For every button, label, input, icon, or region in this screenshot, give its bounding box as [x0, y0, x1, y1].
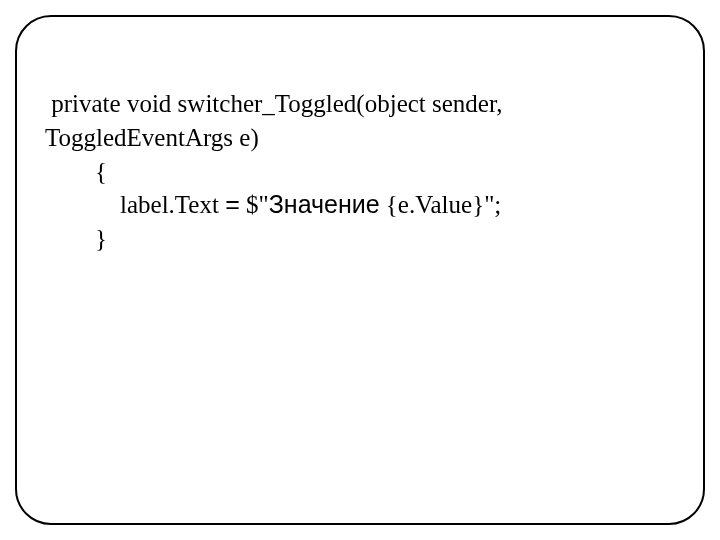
code-block: private void switcher_Toggled(object sen… — [45, 87, 675, 256]
code-line-1: private void switcher_Toggled(object sen… — [45, 90, 508, 151]
slide-card: private void switcher_Toggled(object sen… — [15, 15, 705, 525]
code-line-3-pre: label.Text — [45, 191, 225, 218]
code-line-3-end: {e.Value}"; — [380, 191, 502, 218]
code-line-3-ru: Значение — [269, 190, 380, 218]
code-line-3-eq: = — [225, 190, 240, 218]
code-line-3-post: $" — [240, 191, 269, 218]
code-line-2: { — [45, 158, 107, 185]
code-line-4: } — [45, 225, 107, 252]
